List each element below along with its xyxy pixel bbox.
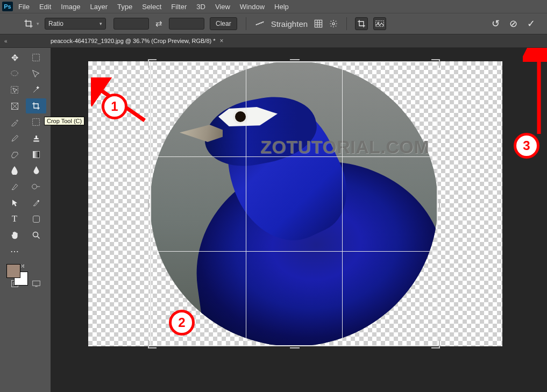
foreground-color-swatch[interactable]	[6, 264, 20, 278]
quick-select-tool-icon[interactable]	[26, 66, 46, 81]
reset-crop-icon[interactable]: ↺	[492, 18, 500, 30]
app-logo-icon: Ps	[2, 2, 13, 11]
rect-marquee-tool-icon[interactable]	[26, 50, 46, 65]
object-select-tool-icon[interactable]	[4, 82, 25, 97]
type-tool-icon[interactable]: T	[4, 211, 25, 226]
gradient-tool-icon[interactable]	[26, 147, 46, 162]
annotation-badge-1: 1	[102, 94, 127, 119]
menu-view[interactable]: View	[215, 3, 230, 11]
move-tool-icon[interactable]: ✥	[4, 50, 25, 65]
annotation-badge-2: 2	[169, 310, 195, 336]
svg-rect-12	[33, 216, 39, 222]
menu-window[interactable]: Window	[240, 3, 265, 11]
document-tab[interactable]: peacock-4641792_1920.jpg @ 36.7% (Crop P…	[46, 35, 228, 47]
shape-tool-icon[interactable]	[26, 211, 46, 226]
document-tab-bar: « peacock-4641792_1920.jpg @ 36.7% (Crop…	[0, 34, 547, 48]
slice-tool-icon[interactable]	[26, 115, 46, 130]
svg-point-13	[33, 232, 38, 237]
curvature-pen-tool-icon[interactable]	[26, 195, 46, 210]
color-swatches[interactable]: ⤭	[4, 263, 46, 287]
menu-bar: Ps File Edit Image Layer Type Select Fil…	[0, 0, 547, 13]
divider	[346, 17, 347, 30]
settings-gear-icon[interactable]	[329, 19, 338, 28]
options-bar: document.querySelector('.crop-glyph').te…	[0, 13, 547, 34]
crop-rule-icon	[150, 251, 438, 252]
crop-handle[interactable]	[431, 340, 440, 348]
overlay-grid-icon[interactable]	[314, 19, 323, 28]
toolbar-spacer	[26, 244, 46, 259]
delete-cropped-pixels-icon[interactable]	[355, 17, 368, 30]
swap-colors-icon[interactable]: ⤭	[20, 263, 25, 269]
panel-collapse-icon[interactable]: «	[4, 38, 8, 44]
pen-tool-icon[interactable]	[4, 179, 25, 194]
crop-rule-icon	[342, 61, 343, 346]
ratio-value: Ratio	[48, 20, 63, 27]
swap-dimensions-icon[interactable]: ⇄	[155, 19, 162, 28]
svg-point-11	[38, 200, 39, 201]
ratio-dropdown[interactable]: Ratio ▾	[45, 18, 106, 30]
annotation-arrow-3-icon	[523, 48, 547, 139]
straighten-label: Straighten	[271, 19, 308, 28]
canvas-area[interactable]: ZOTUTORIAL.COM Crop Tool (C) 1	[51, 48, 547, 392]
divider	[246, 17, 246, 30]
crop-tool-icon[interactable]	[26, 98, 46, 113]
crop-region[interactable]: ZOTUTORIAL.COM	[150, 61, 438, 346]
crop-rule-icon	[150, 156, 438, 157]
menu-file[interactable]: File	[18, 3, 30, 11]
menu-3d[interactable]: 3D	[196, 3, 205, 11]
crop-rule-icon	[246, 61, 246, 346]
cancel-crop-icon[interactable]: ⊘	[509, 18, 517, 30]
eraser-tool-icon[interactable]	[4, 147, 25, 162]
smudge-tool-icon[interactable]	[26, 163, 46, 178]
clear-button[interactable]: Clear	[210, 17, 237, 30]
tools-panel: ✥ T ⋯ ⤭	[0, 48, 51, 392]
chevron-down-icon: ▾	[100, 21, 102, 26]
menu-edit[interactable]: Edit	[39, 3, 51, 11]
crop-handle[interactable]	[290, 340, 300, 348]
svg-point-10	[32, 184, 37, 189]
svg-rect-0	[315, 20, 322, 27]
workspace: ✥ T ⋯ ⤭	[0, 48, 547, 392]
svg-point-1	[332, 23, 335, 25]
lasso-tool-icon[interactable]	[4, 66, 25, 81]
path-select-tool-icon[interactable]	[4, 195, 25, 210]
zoom-tool-icon[interactable]	[26, 227, 46, 243]
eyedropper-tool-icon[interactable]	[4, 115, 25, 130]
dodge-tool-icon[interactable]	[26, 179, 46, 194]
crop-tool-glyph-icon[interactable]	[24, 19, 33, 28]
crop-tool-tooltip: Crop Tool (C)	[44, 117, 84, 125]
crop-handle[interactable]	[290, 59, 300, 68]
svg-rect-4	[33, 54, 40, 61]
svg-rect-8	[33, 119, 40, 126]
svg-point-5	[11, 71, 18, 76]
menu-help[interactable]: Help	[274, 3, 289, 11]
close-tab-icon[interactable]: ×	[220, 37, 224, 45]
annotation-badge-3: 3	[514, 133, 539, 159]
hand-tool-icon[interactable]	[4, 227, 25, 243]
crop-handle[interactable]	[148, 199, 157, 209]
edit-toolbar-icon[interactable]: ⋯	[4, 244, 25, 259]
menu-select[interactable]: Select	[142, 3, 161, 11]
frame-tool-icon[interactable]	[4, 98, 25, 113]
menu-filter[interactable]: Filter	[171, 3, 187, 11]
menu-type[interactable]: Type	[117, 3, 132, 11]
blur-tool-icon[interactable]	[4, 163, 25, 178]
menu-layer[interactable]: Layer	[90, 3, 108, 11]
crop-handle[interactable]	[431, 59, 440, 68]
straighten-icon[interactable]	[255, 20, 265, 27]
commit-crop-icon[interactable]: ✓	[527, 18, 535, 30]
height-input[interactable]	[169, 18, 204, 30]
crop-handle[interactable]	[431, 199, 440, 209]
brush-tool-icon[interactable]	[4, 131, 25, 146]
stamp-tool-icon[interactable]	[26, 131, 46, 146]
width-input[interactable]	[113, 18, 149, 30]
magic-wand-tool-icon[interactable]	[26, 82, 46, 97]
menu-image[interactable]: Image	[61, 3, 80, 11]
crop-frame	[150, 61, 438, 346]
content-aware-icon[interactable]	[373, 17, 386, 30]
crop-handle[interactable]	[148, 340, 157, 348]
svg-rect-9	[33, 151, 39, 158]
document-tab-title: peacock-4641792_1920.jpg @ 36.7% (Crop P…	[51, 38, 216, 44]
crop-handle[interactable]	[148, 59, 157, 68]
